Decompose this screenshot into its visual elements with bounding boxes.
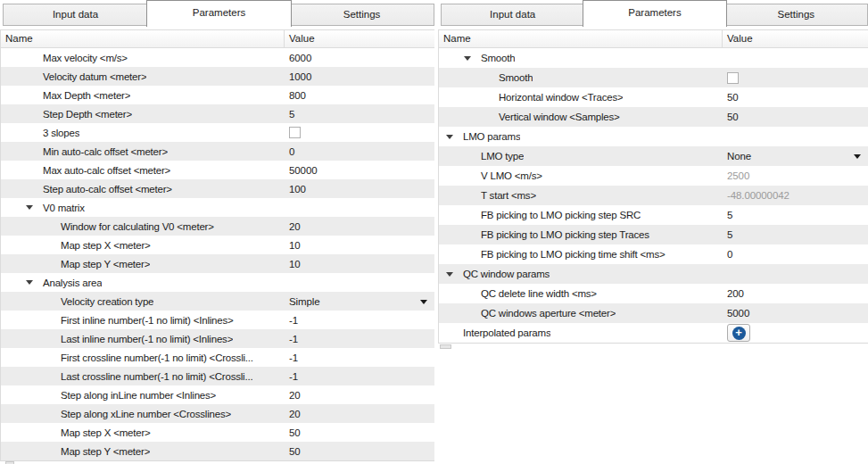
value-text[interactable]: -1: [289, 352, 298, 363]
row-fb-picking-to-lmo-picking-time-shift-ms[interactable]: FB picking to LMO picking time shift <ms…: [439, 244, 868, 264]
row-step-auto-calc-offset-meter[interactable]: Step auto-calc offset <meter>100: [1, 179, 434, 198]
value-text[interactable]: 20: [289, 221, 301, 232]
value-text[interactable]: -1: [289, 334, 298, 344]
value-text[interactable]: 0: [727, 249, 732, 260]
value-text[interactable]: 5: [727, 210, 732, 220]
row-qc-delete-line-width-ms[interactable]: QC delete line width <ms>200: [439, 284, 868, 303]
value-text[interactable]: 50: [289, 427, 301, 438]
row-velocity-creation-type[interactable]: Velocity creation typeSimple: [1, 292, 434, 311]
row-max-velocity-m-s[interactable]: Max velocity <m/s>6000: [1, 48, 434, 67]
row-smooth[interactable]: Smooth: [439, 48, 868, 68]
value-text[interactable]: 50: [727, 92, 739, 103]
value-text[interactable]: 20: [289, 409, 301, 419]
value-cell: 10: [285, 254, 434, 273]
row-horizontal-window-traces[interactable]: Horizontal window <Traces>50: [439, 87, 868, 107]
tab-input-data[interactable]: Input data: [3, 4, 148, 26]
row-window-for-calculating-v0-meter[interactable]: Window for calculating V0 <meter>20: [1, 217, 434, 236]
row-analysis-area[interactable]: Analysis area: [1, 273, 434, 292]
value-text[interactable]: 5: [289, 109, 294, 120]
value-text[interactable]: 10: [289, 259, 301, 269]
value-text[interactable]: 0: [289, 146, 294, 157]
indent-spacer: [1, 151, 26, 152]
row-3-slopes[interactable]: 3 slopes: [1, 123, 434, 142]
column-header-name[interactable]: Name: [439, 30, 723, 47]
dropdown-arrow-icon[interactable]: [854, 154, 861, 159]
value-cell: 50: [285, 442, 434, 460]
value-text[interactable]: 50000: [289, 165, 317, 176]
row-last-crossline-number-1-no-limit-crossli[interactable]: Last crossline number(-1 no limit) <Cros…: [1, 367, 434, 385]
row-map-step-x-meter[interactable]: Map step X <meter>10: [1, 236, 434, 254]
tab-settings[interactable]: Settings: [724, 4, 868, 26]
tab-parameters[interactable]: Parameters: [583, 0, 726, 27]
expander-icon[interactable]: [26, 280, 36, 285]
row-max-auto-calc-offset-meter[interactable]: Max auto-calc offset <meter>50000: [1, 161, 434, 179]
expander-icon[interactable]: [464, 56, 474, 61]
row-first-inline-number-1-no-limit-inlines[interactable]: First inline number(-1 no limit) <Inline…: [1, 311, 434, 329]
value-cell: 5: [723, 225, 868, 244]
indent-spacer: [1, 451, 44, 452]
tab-settings[interactable]: Settings: [289, 4, 434, 26]
checkbox[interactable]: [289, 127, 301, 138]
row-smooth[interactable]: Smooth: [439, 68, 868, 87]
row-map-step-x-meter[interactable]: Map step X <meter>50: [1, 423, 434, 442]
tab-input-data[interactable]: Input data: [441, 4, 584, 26]
dropdown-value[interactable]: None: [727, 151, 751, 162]
checkbox[interactable]: [727, 72, 739, 84]
row-v0-matrix[interactable]: V0 matrix: [1, 198, 434, 217]
column-header-value[interactable]: Value: [285, 30, 434, 47]
row-last-inline-number-1-no-limit-inlines[interactable]: Last inline number(-1 no limit) <Inlines…: [1, 329, 434, 348]
row-lmo-params[interactable]: LMO params: [439, 127, 868, 146]
indent-spacer: [1, 244, 44, 245]
scrollbar-stub[interactable]: [440, 344, 451, 349]
parameter-table-right: Name Value SmoothSmoothHorizontal window…: [438, 29, 868, 344]
value-text[interactable]: 5000: [727, 308, 749, 319]
indent-spacer: [439, 195, 464, 196]
dropdown-arrow-icon[interactable]: [420, 300, 427, 304]
value-text[interactable]: 50: [289, 446, 301, 457]
name-cell: Horizontal window <Traces>: [439, 87, 723, 107]
row-interpolated-params[interactable]: Interpolated params+: [439, 323, 868, 343]
row-label: Map step Y <meter>: [54, 259, 150, 269]
row-map-step-y-meter[interactable]: Map step Y <meter>50: [1, 442, 434, 460]
column-header-value[interactable]: Value: [723, 30, 868, 47]
row-velocity-datum-meter[interactable]: Velocity datum <meter>1000: [1, 67, 434, 86]
expander-icon[interactable]: [446, 135, 456, 139]
row-vertical-window-samples[interactable]: Vertical window <Samples>50: [439, 107, 868, 127]
value-text[interactable]: 100: [289, 184, 306, 195]
value-text[interactable]: 5: [727, 229, 732, 240]
value-text[interactable]: 6000: [289, 53, 311, 63]
row-map-step-y-meter[interactable]: Map step Y <meter>10: [1, 254, 434, 273]
row-fb-picking-to-lmo-picking-step-traces[interactable]: FB picking to LMO picking step Traces5: [439, 225, 868, 244]
row-step-depth-meter[interactable]: Step Depth <meter>5: [1, 104, 434, 123]
row-lmo-type[interactable]: LMO typeNone: [439, 146, 868, 166]
value-text[interactable]: -1: [289, 371, 298, 382]
value-text[interactable]: 200: [727, 288, 744, 299]
dropdown-value[interactable]: Simple: [289, 296, 320, 307]
row-qc-windows-aperture-meter[interactable]: QC windows aperture <meter>5000: [439, 303, 868, 323]
indent-spacer: [1, 170, 26, 170]
row-step-along-xline-number-crosslines[interactable]: Step along xLine number <Crosslines>20: [1, 404, 434, 423]
row-max-depth-meter[interactable]: Max Depth <meter>800: [1, 86, 434, 104]
row-label: LMO type: [474, 151, 524, 162]
row-step-along-inline-number-inlines[interactable]: Step along inLine number <Inlines>20: [1, 385, 434, 404]
value-cell: [285, 123, 434, 142]
row-fb-picking-to-lmo-picking-step-src[interactable]: FB picking to LMO picking step SRC5: [439, 205, 868, 225]
value-text[interactable]: 800: [289, 90, 306, 101]
value-text[interactable]: 1000: [289, 71, 311, 82]
expander-icon[interactable]: [26, 205, 36, 210]
row-qc-window-params[interactable]: QC window params: [439, 264, 868, 284]
row-first-crossline-number-1-no-limit-crossli[interactable]: First crossline number(-1 no limit) <Cro…: [1, 348, 434, 367]
tab-parameters[interactable]: Parameters: [146, 0, 292, 27]
column-header-name[interactable]: Name: [1, 30, 285, 47]
value-text[interactable]: 10: [289, 240, 301, 251]
value-text[interactable]: 20: [289, 390, 301, 401]
value-text[interactable]: 50: [727, 112, 739, 122]
row-label: FB picking to LMO picking time shift <ms…: [474, 249, 665, 260]
row-t-start-ms[interactable]: T start <ms>-48.00000042: [439, 186, 868, 205]
row-min-auto-calc-offset-meter[interactable]: Min auto-calc offset <meter>0: [1, 142, 434, 161]
add-button[interactable]: +: [727, 324, 750, 342]
row-label: Map step X <meter>: [54, 427, 151, 438]
expander-icon[interactable]: [446, 272, 456, 277]
row-v-lmo-m-s[interactable]: V LMO <m/s>2500: [439, 166, 868, 186]
value-text[interactable]: -1: [289, 315, 298, 326]
